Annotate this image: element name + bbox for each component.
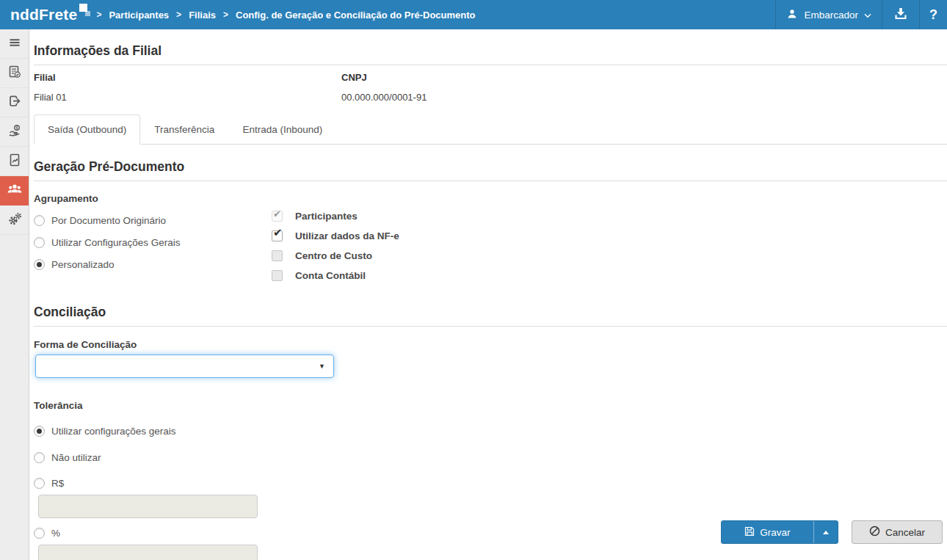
floppy-disk-icon	[744, 526, 755, 539]
save-button[interactable]: Gravar	[721, 520, 838, 544]
save-button-main[interactable]: Gravar	[722, 521, 813, 543]
filial-label: Filial	[34, 72, 341, 83]
forma-conciliacao-label: Forma de Conciliação	[34, 339, 947, 350]
main-content: Informações da Filial Filial CNPJ Filial…	[29, 29, 947, 560]
radio-icon	[34, 452, 45, 463]
chevron-down-icon	[864, 10, 871, 21]
caret-up-icon	[823, 531, 829, 534]
tab-bar: Saída (Outbound) Transferência Entrada (…	[34, 114, 947, 145]
user-icon	[786, 8, 798, 22]
user-role-menu[interactable]: Embarcador	[775, 0, 882, 29]
radio-icon	[34, 528, 45, 539]
radio-icon	[34, 215, 45, 226]
sidebar-item-report[interactable]	[0, 147, 29, 176]
save-options-caret[interactable]	[813, 521, 838, 543]
chevron-right-icon: >	[176, 10, 181, 20]
app-window: nddFrete > Participantes > Filiais > Con…	[0, 0, 947, 560]
tab-entrada-inbound[interactable]: Entrada (Inbound)	[228, 114, 336, 145]
radio-icon	[34, 478, 45, 489]
cnpj-value: 00.000.000/0001-91	[341, 92, 947, 103]
radio-utilizar-configuracoes-gerais[interactable]: Utilizar Configurações Gerais	[34, 237, 272, 248]
sidebar-item-payments[interactable]	[0, 117, 29, 147]
sidebar-item-menu[interactable]	[0, 29, 29, 59]
people-group-icon	[7, 182, 23, 200]
caret-down-icon: ▼	[319, 363, 325, 370]
section-title-geracao: Geração Pré-Documento	[34, 159, 947, 181]
tolerancia-reais-input	[38, 495, 258, 518]
breadcrumb-item-participantes[interactable]: Participantes	[109, 10, 169, 21]
tolerancia-percentual-input	[38, 545, 258, 560]
check-icon: ✔	[273, 227, 283, 238]
chevron-right-icon: >	[223, 10, 228, 20]
checkbox-conta-contabil[interactable]: ✔ Conta Contábil	[272, 270, 399, 281]
save-button-label: Gravar	[760, 527, 790, 538]
forma-conciliacao-select[interactable]: ▼	[35, 354, 334, 378]
header-actions: Embarcador ?	[775, 0, 947, 29]
user-role-label: Embarcador	[804, 10, 858, 21]
radio-tolerancia-config-gerais[interactable]: Utilizar configurações gerais	[34, 426, 947, 437]
checkbox-participantes: ✔ Participantes	[272, 211, 399, 222]
checkbox-icon: ✔	[272, 250, 283, 261]
filial-info: Filial CNPJ Filial 01 00.000.000/0001-91	[34, 65, 947, 103]
radio-icon	[34, 426, 45, 437]
agrupamento-label: Agrupamento	[34, 193, 272, 204]
checkbox-icon: ✔	[272, 211, 283, 222]
filial-value: Filial 01	[34, 92, 341, 103]
agrupamento-radios: Agrupamento Por Documento Originário Uti…	[34, 193, 272, 290]
ban-icon	[869, 526, 880, 539]
checkbox-icon: ✔	[272, 270, 283, 281]
document-chart-icon	[7, 153, 22, 170]
radio-por-documento-originario[interactable]: Por Documento Originário	[34, 215, 272, 226]
gears-icon	[7, 211, 22, 229]
check-icon: ✔	[273, 209, 281, 219]
radio-tolerancia-nao-utilizar[interactable]: Não utilizar	[34, 452, 947, 463]
coin-hand-icon	[7, 123, 22, 141]
help-label: ?	[929, 7, 937, 23]
cnpj-label: CNPJ	[341, 72, 947, 83]
radio-personalizado[interactable]: Personalizado	[34, 259, 272, 270]
logo-square-icon	[85, 11, 90, 16]
sidebar-item-settings[interactable]	[0, 206, 29, 235]
section-title-conciliacao: Conciliação	[34, 305, 947, 327]
download-button[interactable]	[882, 0, 919, 29]
cancel-button-label: Cancelar	[885, 527, 925, 538]
breadcrumb: > Participantes > Filiais > Config. de G…	[96, 10, 475, 21]
sidebar-item-documents-check[interactable]	[0, 59, 29, 88]
radio-icon	[34, 259, 45, 270]
menu-icon	[7, 35, 22, 53]
sidebar-item-participants[interactable]	[0, 176, 29, 206]
top-header: nddFrete > Participantes > Filiais > Con…	[0, 0, 947, 29]
chevron-right-icon: >	[96, 10, 101, 20]
export-icon	[7, 94, 22, 112]
tab-saida-outbound[interactable]: Saída (Outbound)	[34, 114, 140, 145]
agrupamento-group: Agrupamento Por Documento Originário Uti…	[34, 193, 947, 290]
app-logo-text: nddFrete	[10, 6, 77, 23]
sidebar-item-export[interactable]	[0, 88, 29, 117]
radio-icon	[34, 237, 45, 248]
checkbox-centro-de-custo[interactable]: ✔ Centro de Custo	[272, 250, 399, 261]
download-icon	[893, 7, 909, 23]
breadcrumb-item-current: Config. de Geração e Conciliação do Pré-…	[236, 10, 476, 21]
radio-tolerancia-reais[interactable]: R$	[34, 478, 947, 489]
help-button[interactable]: ?	[919, 0, 947, 29]
checkbox-icon: ✔	[272, 230, 283, 241]
clipboard-check-icon	[7, 65, 22, 82]
breadcrumb-item-filiais[interactable]: Filiais	[189, 10, 216, 21]
footer-actions: Gravar Cancelar	[721, 520, 943, 544]
tolerancia-label: Tolerância	[34, 400, 947, 411]
sidebar	[0, 29, 29, 560]
cancel-button[interactable]: Cancelar	[852, 520, 943, 544]
page-title: Informações da Filial	[34, 43, 947, 65]
app-logo[interactable]: nddFrete	[10, 6, 77, 23]
checkbox-utilizar-dados-nfe[interactable]: ✔ Utilizar dados da NF-e	[272, 230, 399, 241]
tab-transferencia[interactable]: Transferência	[140, 114, 228, 145]
agrupamento-checkboxes: ✔ Participantes ✔ Utilizar dados da NF-e…	[272, 211, 399, 290]
